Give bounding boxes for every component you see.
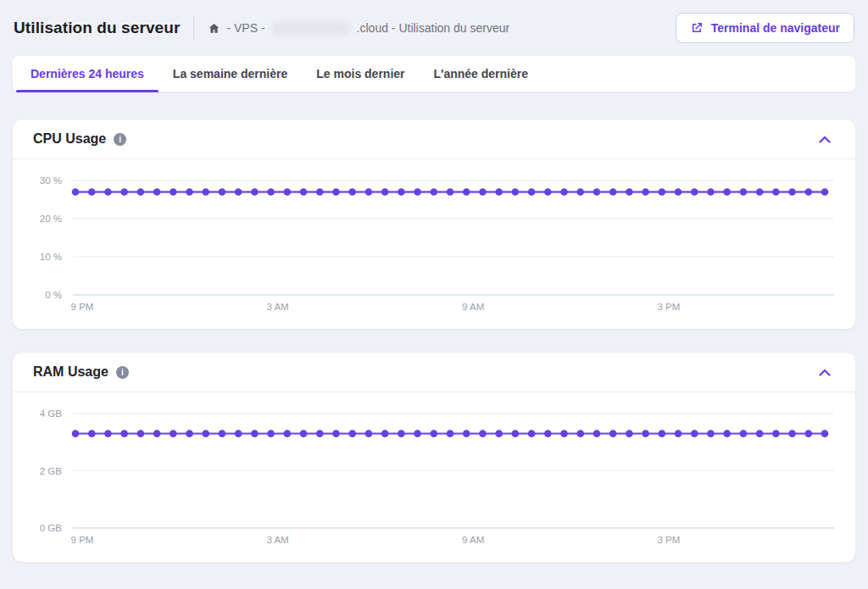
data-point [251, 188, 259, 196]
data-point [576, 430, 584, 437]
data-point [202, 430, 209, 437]
terminal-button-label: Terminal de navigateur [711, 21, 840, 35]
data-point [332, 188, 340, 196]
data-point [398, 188, 405, 196]
cpu-collapse-button[interactable] [815, 129, 835, 149]
data-point [251, 430, 259, 437]
data-point [642, 430, 649, 437]
cpu-card-header: CPU Usage i [13, 119, 855, 159]
page-header: Utilisation du serveur - VPS - .cloud - … [14, 12, 854, 44]
data-point [675, 430, 682, 437]
data-point [300, 430, 308, 437]
breadcrumb-suffix: .cloud - Utilisation du serveur [357, 21, 510, 35]
x-axis-label: 3 PM [657, 535, 680, 545]
home-icon[interactable] [208, 22, 220, 35]
tab-label: Le mois dernier [316, 67, 404, 81]
data-point [788, 188, 796, 196]
data-point [593, 430, 601, 437]
data-point [772, 188, 780, 196]
tab-label: La semaine dernière [173, 67, 287, 81]
data-point [120, 188, 128, 196]
data-point [381, 430, 389, 437]
data-point [544, 430, 552, 437]
data-point [137, 430, 145, 437]
data-point [170, 188, 177, 196]
x-axis-label: 9 PM [71, 302, 94, 312]
data-point [381, 188, 389, 196]
data-point [512, 430, 520, 437]
data-point [821, 430, 829, 437]
data-point [642, 188, 649, 196]
cpu-usage-card: CPU Usage i 30 %20 %10 %0 %9 PM3 AM9 AM3… [12, 119, 856, 330]
y-axis-label: 2 GB [40, 466, 63, 476]
data-point [512, 188, 520, 196]
x-axis-label: 3 PM [657, 302, 680, 312]
data-point [348, 188, 356, 196]
y-axis-label: 0 % [45, 290, 62, 300]
y-axis-label: 4 GB [40, 408, 63, 419]
tab-last-month[interactable]: Le mois dernier [302, 56, 419, 92]
tab-last-24-hours[interactable]: Dernières 24 heures [16, 56, 159, 92]
tab-last-year[interactable]: L'année dernière [420, 56, 542, 92]
data-point [202, 188, 209, 196]
data-point [804, 188, 812, 196]
data-point [235, 188, 242, 196]
data-point [675, 188, 682, 196]
breadcrumb-prefix: - VPS - [226, 21, 264, 35]
data-point [528, 430, 536, 437]
data-point [120, 430, 128, 437]
data-point [414, 430, 421, 437]
cpu-card-title: CPU Usage [33, 131, 106, 147]
info-icon[interactable]: i [116, 366, 129, 379]
data-point [626, 188, 633, 196]
data-point [740, 430, 748, 437]
data-point [788, 430, 796, 437]
data-point [186, 430, 193, 437]
data-point [284, 430, 292, 437]
info-icon[interactable]: i [114, 133, 126, 146]
data-point [740, 188, 748, 196]
data-point [365, 430, 373, 437]
data-point [772, 430, 780, 437]
data-point [495, 188, 503, 196]
x-axis-label: 9 PM [71, 535, 94, 545]
data-point [137, 188, 145, 196]
redacted-hostname [272, 22, 350, 35]
data-point [104, 430, 112, 437]
data-point [219, 430, 226, 437]
data-point [153, 188, 161, 196]
data-point [626, 430, 633, 437]
tab-label: Dernières 24 heures [31, 67, 144, 81]
data-point [88, 188, 96, 196]
data-point [593, 188, 601, 196]
data-point [88, 430, 96, 437]
data-point [300, 188, 308, 196]
data-point [691, 188, 698, 196]
data-point [804, 430, 812, 437]
data-point [707, 188, 715, 196]
data-point [723, 430, 731, 437]
data-point [447, 430, 454, 437]
data-point [430, 430, 437, 437]
browser-terminal-button[interactable]: Terminal de navigateur [676, 13, 854, 43]
data-point [267, 430, 275, 437]
data-point [479, 188, 487, 196]
tab-last-week[interactable]: La semaine dernière [159, 56, 302, 92]
tab-label: L'année dernière [434, 67, 528, 81]
ram-collapse-button[interactable] [815, 362, 835, 382]
x-axis-label: 3 AM [266, 535, 288, 545]
data-point [659, 430, 666, 437]
data-point [528, 188, 536, 196]
y-axis-label: 0 GB [40, 523, 63, 533]
x-axis-label: 3 AM [266, 302, 288, 312]
data-point [267, 188, 275, 196]
y-axis-label: 10 % [40, 252, 62, 262]
data-point [821, 188, 829, 196]
ram-usage-card: RAM Usage i 4 GB2 GB0 GB9 PM3 AM9 AM3 PM [12, 352, 856, 563]
data-point [348, 430, 356, 437]
data-point [332, 430, 340, 437]
data-point [447, 188, 454, 196]
data-point [544, 188, 552, 196]
data-point [609, 188, 617, 196]
data-point [153, 430, 161, 437]
